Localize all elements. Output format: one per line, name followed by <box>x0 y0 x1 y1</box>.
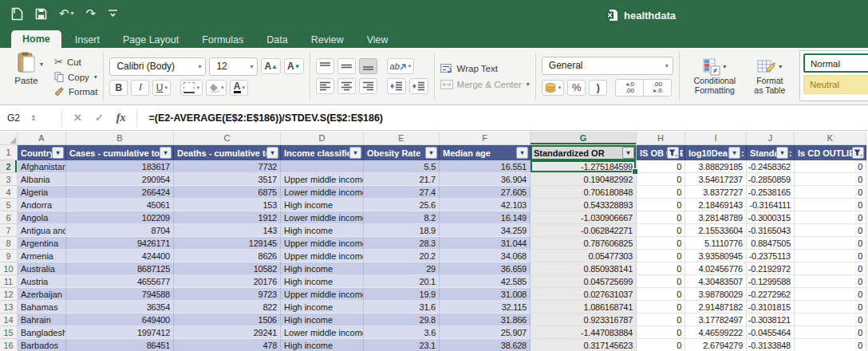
cell-J9[interactable]: -0.2375113 <box>747 250 795 262</box>
underline-dropdown-icon[interactable]: ▾ <box>165 85 168 91</box>
cell-J13[interactable]: -0.3101815 <box>747 301 795 314</box>
cell-I12[interactable]: 3.98780029 <box>685 288 747 301</box>
cell-A15[interactable]: Bangladesh <box>18 326 66 339</box>
cell-B4[interactable]: 266424 <box>66 186 174 199</box>
row-header-9[interactable]: 9 <box>0 250 18 262</box>
name-box-spinner-icon[interactable]: ▲▼ <box>31 114 36 122</box>
filter-dropdown-icon-E[interactable] <box>425 147 437 159</box>
cell-F10[interactable]: 36.659 <box>440 262 531 275</box>
cell-K4[interactable]: 0 <box>795 186 866 199</box>
number-format-select[interactable]: General▾ <box>542 57 673 75</box>
cell-H11[interactable]: 0 <box>637 275 685 288</box>
filter-dropdown-icon-F[interactable] <box>516 147 528 159</box>
cell-B7[interactable]: 8704 <box>66 224 174 237</box>
cell-I7[interactable]: 2.15533604 <box>685 224 747 237</box>
cell-E2[interactable]: 5.5 <box>364 160 440 173</box>
cell-F6[interactable]: 16.149 <box>440 211 531 224</box>
cell-K13[interactable]: 0 <box>795 301 866 314</box>
cell-B16[interactable]: 86451 <box>66 339 174 351</box>
cell-I6[interactable]: 3.28148789 <box>685 211 747 224</box>
tab-home[interactable]: Home <box>11 30 61 48</box>
cell-I8[interactable]: 5.1110776 <box>685 237 747 250</box>
cell-D12[interactable]: Upper middle income <box>281 288 364 301</box>
cell-J8[interactable]: 0.8847505 <box>747 237 795 250</box>
cell-F4[interactable]: 27.605 <box>440 186 531 199</box>
cell-B10[interactable]: 8687125 <box>66 262 174 275</box>
header-cell-C[interactable]: Deaths - cumulative to <box>174 145 281 160</box>
cell-H6[interactable]: 0 <box>637 211 685 224</box>
cell-H2[interactable]: 0 <box>637 160 685 173</box>
wrap-text-button[interactable]: Wrap Text <box>440 64 530 74</box>
cell-G7[interactable]: -0.062842271 <box>531 224 637 237</box>
cell-F16[interactable]: 38.628 <box>440 339 531 351</box>
cell-D3[interactable]: Upper middle income <box>281 173 364 186</box>
align-top-button[interactable] <box>316 58 334 74</box>
cell-J14[interactable]: -0.3038121 <box>747 314 795 326</box>
format-as-table-button[interactable]: ▾ Format as Table <box>744 58 795 95</box>
tab-review[interactable]: Review <box>310 32 345 48</box>
cell-C10[interactable]: 10582 <box>174 262 281 275</box>
cell-G5[interactable]: 0.543328893 <box>531 199 637 211</box>
cell-I2[interactable]: 3.88829185 <box>685 160 747 173</box>
cell-A8[interactable]: Argentina <box>18 237 66 250</box>
cell-A11[interactable]: Austria <box>18 275 66 288</box>
column-header-D[interactable]: D <box>281 132 364 145</box>
cell-F7[interactable]: 34.259 <box>440 224 531 237</box>
cell-F15[interactable]: 25.907 <box>440 326 531 339</box>
enter-icon[interactable]: ✓ <box>95 112 104 124</box>
cell-K2[interactable]: 0 <box>795 160 866 173</box>
copy-button[interactable]: Copy ▾ <box>54 72 97 82</box>
filter-dropdown-icon-B[interactable] <box>160 147 172 159</box>
paste-dropdown-icon[interactable]: ▾ <box>40 61 43 68</box>
tab-page-layout[interactable]: Page Layout <box>122 32 180 48</box>
tab-data[interactable]: Data <box>266 32 288 48</box>
column-header-H[interactable]: H <box>637 132 685 145</box>
cell-D10[interactable]: High income <box>281 262 364 275</box>
cell-H16[interactable]: 0 <box>637 339 685 351</box>
copy-dropdown-icon[interactable]: ▾ <box>94 73 97 81</box>
conditional-formatting-button[interactable]: ≠ ▾ Conditional Formatting <box>685 58 744 95</box>
cell-E8[interactable]: 28.3 <box>364 237 440 250</box>
cell-B13[interactable]: 36354 <box>66 301 174 314</box>
fill-handle[interactable] <box>632 168 638 175</box>
cell-I15[interactable]: 4.46599222 <box>685 326 747 339</box>
cut-button[interactable]: ✂ Cut <box>54 56 97 68</box>
cell-K14[interactable]: 0 <box>795 314 866 326</box>
cell-G6[interactable]: -1.030906667 <box>531 211 637 224</box>
cell-A3[interactable]: Albania <box>18 173 66 186</box>
header-cell-J[interactable]: Standard: <box>747 145 795 160</box>
cell-A2[interactable]: Afghanistan <box>18 160 66 173</box>
cell-K12[interactable]: 0 <box>795 288 866 301</box>
cell-H13[interactable]: 0 <box>637 301 685 314</box>
cell-F3[interactable]: 36.904 <box>440 173 531 186</box>
filter-dropdown-icon-A[interactable] <box>52 147 64 159</box>
filter-funnel-icon-K[interactable] <box>852 147 864 159</box>
cell-I5[interactable]: 2.18469143 <box>685 199 747 211</box>
filter-dropdown-icon-G[interactable] <box>622 147 634 159</box>
cell-J11[interactable]: -0.1299588 <box>747 275 795 288</box>
header-cell-G[interactable]: Standardized OR <box>531 145 637 160</box>
header-cell-K[interactable]: Is CD OUTLIER <box>795 145 866 160</box>
column-header-B[interactable]: B <box>66 132 174 145</box>
cell-I13[interactable]: 2.91487182 <box>685 301 747 314</box>
cell-G10[interactable]: 0.850938141 <box>531 262 637 275</box>
cell-F2[interactable]: 16.551 <box>440 160 531 173</box>
cell-B15[interactable]: 1997412 <box>66 326 174 339</box>
column-header-K[interactable]: K <box>795 132 866 145</box>
cell-D16[interactable]: High income <box>281 339 364 351</box>
cell-A7[interactable]: Antigua and <box>18 224 66 237</box>
cell-E11[interactable]: 20.1 <box>364 275 440 288</box>
cell-I16[interactable]: 2.6794279 <box>685 339 747 351</box>
cell-A13[interactable]: Bahamas <box>18 301 66 314</box>
cell-B5[interactable]: 45061 <box>66 199 174 211</box>
header-cell-I[interactable]: log10Dea: <box>685 145 747 160</box>
cancel-icon[interactable]: ✕ <box>73 112 82 124</box>
cell-style-neutral[interactable]: Neutral <box>803 75 868 94</box>
cell-J12[interactable]: -0.2272962 <box>747 288 795 301</box>
cell-D6[interactable]: Lower middle income <box>281 211 364 224</box>
cell-C3[interactable]: 3517 <box>174 173 281 186</box>
cell-J2[interactable]: -0.2458362 <box>747 160 795 173</box>
cell-K9[interactable]: 0 <box>795 250 866 262</box>
cell-J4[interactable]: -0.2538165 <box>747 186 795 199</box>
cell-D2[interactable] <box>281 160 364 173</box>
